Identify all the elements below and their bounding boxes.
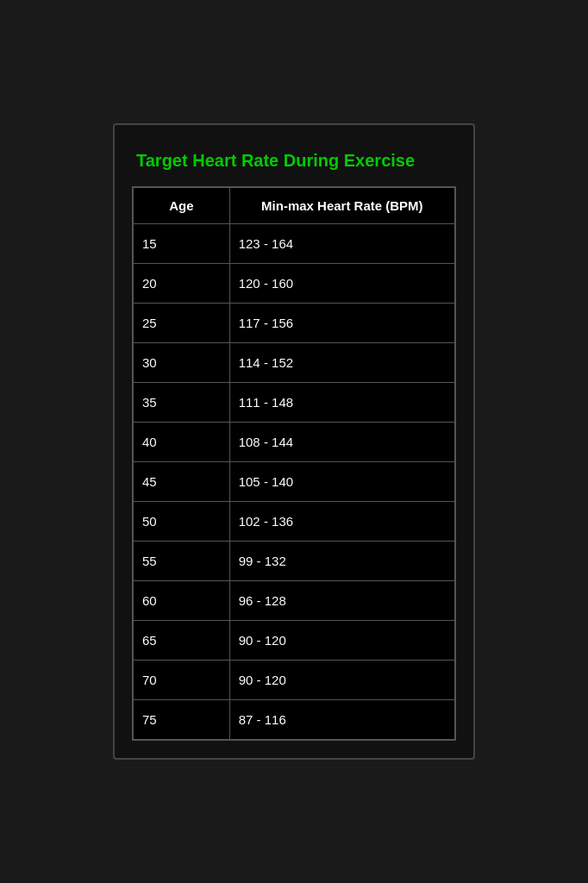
age-cell: 40 — [133, 423, 229, 462]
table-row: 15123 - 164 — [133, 224, 455, 264]
table-row: 30114 - 152 — [133, 343, 455, 383]
main-card: Target Heart Rate During Exercise Age Mi… — [113, 123, 475, 760]
table-row: 20120 - 160 — [133, 264, 455, 304]
table-row: 5599 - 132 — [133, 542, 455, 581]
age-cell: 35 — [133, 383, 229, 423]
age-cell: 55 — [133, 542, 229, 581]
bpm-cell: 99 - 132 — [229, 542, 455, 581]
bpm-cell: 108 - 144 — [229, 423, 455, 462]
age-cell: 70 — [133, 661, 229, 700]
table-row: 7587 - 116 — [133, 700, 455, 741]
bpm-column-header: Min-max Heart Rate (BPM) — [229, 187, 455, 224]
age-cell: 75 — [133, 700, 229, 741]
age-cell: 20 — [133, 264, 229, 304]
heart-rate-table: Age Min-max Heart Rate (BPM) 15123 - 164… — [132, 186, 456, 741]
age-column-header: Age — [133, 187, 229, 224]
table-header-row: Age Min-max Heart Rate (BPM) — [133, 187, 455, 224]
bpm-cell: 90 - 120 — [229, 661, 455, 700]
table-row: 35111 - 148 — [133, 383, 455, 423]
table-row: 50102 - 136 — [133, 502, 455, 542]
bpm-cell: 123 - 164 — [229, 224, 455, 264]
bpm-cell: 90 - 120 — [229, 621, 455, 661]
bpm-cell: 120 - 160 — [229, 264, 455, 304]
age-cell: 25 — [133, 304, 229, 343]
table-row: 40108 - 144 — [133, 423, 455, 462]
bpm-cell: 102 - 136 — [229, 502, 455, 542]
bpm-cell: 87 - 116 — [229, 700, 455, 741]
table-row: 25117 - 156 — [133, 304, 455, 343]
table-row: 6096 - 128 — [133, 581, 455, 621]
table-row: 7090 - 120 — [133, 661, 455, 700]
table-row: 6590 - 120 — [133, 621, 455, 661]
table-title: Target Heart Rate During Exercise — [132, 142, 456, 186]
bpm-cell: 105 - 140 — [229, 462, 455, 502]
bpm-cell: 111 - 148 — [229, 383, 455, 423]
age-cell: 15 — [133, 224, 229, 264]
age-cell: 50 — [133, 502, 229, 542]
bpm-cell: 114 - 152 — [229, 343, 455, 383]
bpm-cell: 117 - 156 — [229, 304, 455, 343]
bpm-cell: 96 - 128 — [229, 581, 455, 621]
age-cell: 65 — [133, 621, 229, 661]
age-cell: 60 — [133, 581, 229, 621]
age-cell: 45 — [133, 462, 229, 502]
age-cell: 30 — [133, 343, 229, 383]
table-row: 45105 - 140 — [133, 462, 455, 502]
